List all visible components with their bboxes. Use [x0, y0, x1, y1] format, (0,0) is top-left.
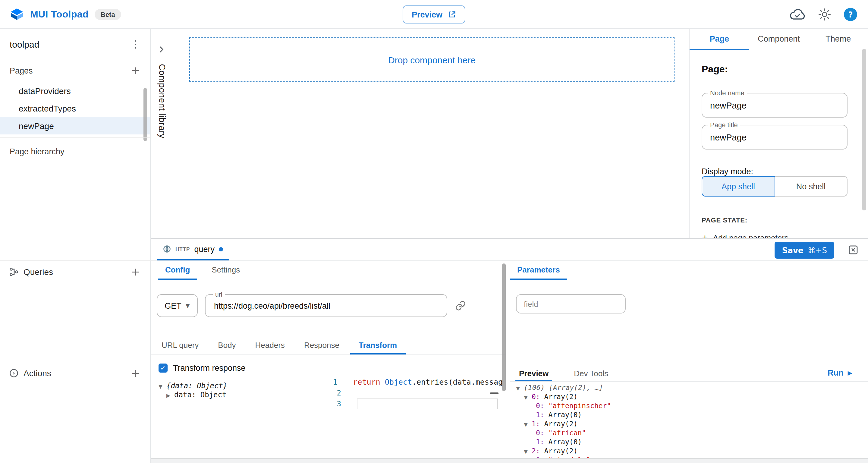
query-tab[interactable]: HTTP query: [157, 239, 229, 260]
divider: [0, 137, 150, 138]
sidebar: toolpad ⋮ Pages + dataProviders extracte…: [0, 29, 151, 463]
project-name: toolpad: [10, 39, 39, 49]
tree-row: ▼(106) [Array(2), …]: [516, 383, 868, 393]
parameters-subtabs: Parameters: [510, 261, 868, 280]
cloud-sync-icon[interactable]: [789, 8, 805, 21]
add-query-button[interactable]: +: [128, 266, 143, 277]
tab-component[interactable]: Component: [749, 29, 808, 50]
app-header: MUI Toolpad Beta Preview ?: [0, 0, 868, 29]
page-item-label: dataProviders: [19, 86, 71, 96]
url-label: url: [213, 290, 224, 298]
chevron-down-icon: ▼: [186, 303, 190, 309]
save-label: Save: [782, 246, 804, 255]
run-button[interactable]: Run ▶: [828, 368, 852, 377]
theme-toggle-sun-icon[interactable]: [818, 8, 831, 21]
unsaved-changes-dot: [219, 247, 223, 251]
page-title-input[interactable]: [702, 125, 847, 149]
query-type-label: HTTP: [176, 246, 190, 252]
display-mode-app-shell-button[interactable]: App shell: [702, 176, 775, 196]
run-icon: ▶: [848, 370, 852, 376]
project-row: toolpad ⋮: [0, 35, 150, 53]
mui-logo-icon[interactable]: [10, 7, 24, 22]
tree-caret-icon[interactable]: ▶: [166, 391, 174, 400]
component-library-label[interactable]: Component library: [157, 64, 167, 138]
dropzone-label: Drop component here: [388, 55, 475, 65]
sidebar-item-dataproviders[interactable]: dataProviders: [0, 82, 150, 99]
url-field: url: [205, 294, 447, 317]
tab-page[interactable]: Page: [689, 29, 749, 50]
http-method-value: GET: [164, 301, 181, 310]
node-name-input[interactable]: [702, 93, 847, 117]
panel-bottom-strip: [151, 458, 868, 463]
inspector-scrollbar[interactable]: [862, 49, 866, 210]
query-preview-pane: Parameters Preview Dev Tools Run ▶ ▼(106…: [510, 261, 868, 458]
schema-root: {data: Object}: [166, 381, 227, 390]
add-page-button[interactable]: +: [128, 65, 143, 76]
help-button[interactable]: ?: [844, 8, 857, 21]
divider: [0, 260, 150, 261]
result-json-tree: ▼(106) [Array(2), …] ▼0: Array(2) 0: "af…: [516, 383, 868, 458]
brand: MUI Toolpad Beta: [10, 0, 121, 29]
tab-body[interactable]: Body: [210, 336, 244, 354]
tree-caret-icon[interactable]: ▼: [524, 393, 532, 402]
tab-parameters[interactable]: Parameters: [510, 261, 567, 280]
preview-button[interactable]: Preview: [403, 5, 465, 24]
url-input[interactable]: [206, 295, 447, 316]
tab-headers[interactable]: Headers: [247, 336, 293, 354]
sidebar-scrollbar[interactable]: [144, 88, 147, 141]
close-panel-icon[interactable]: [849, 245, 858, 257]
tab-transform[interactable]: Transform: [350, 336, 405, 354]
link-icon[interactable]: [455, 300, 466, 313]
actions-section-label: Actions: [24, 368, 128, 378]
tab-url-query[interactable]: URL query: [153, 336, 207, 354]
transform-response-row: ✓ Transform response: [158, 364, 246, 373]
transform-response-checkbox[interactable]: ✓: [158, 364, 167, 373]
code-editor[interactable]: 1 return Object.entries(data.messag 2 3: [319, 355, 503, 458]
tree-caret-icon[interactable]: ▼: [524, 447, 532, 456]
editor-overview-mark: [490, 393, 498, 394]
actions-section-header: Actions +: [0, 363, 150, 383]
tab-dev-tools[interactable]: Dev Tools: [570, 367, 612, 381]
line-number: 1: [319, 377, 353, 388]
sidebar-item-extractedtypes[interactable]: extractedTypes: [0, 99, 150, 117]
http-method-select[interactable]: GET ▼: [157, 294, 198, 317]
project-menu-icon[interactable]: ⋮: [128, 38, 143, 50]
page-item-label: extractedTypes: [19, 103, 76, 113]
save-shortcut: ⌘+S: [808, 246, 827, 255]
query-name-label: query: [194, 244, 215, 253]
page-heading: Page:: [702, 64, 728, 75]
transform-response-label: Transform response: [173, 364, 246, 373]
add-action-button[interactable]: +: [128, 367, 143, 378]
add-page-parameters-label: Add page parameters: [713, 233, 788, 238]
inspector-panel: Page Component Theme Page: Node name Pag…: [689, 29, 868, 238]
tree-caret-icon[interactable]: ▼: [516, 384, 524, 393]
inspector-tabs: Page Component Theme: [689, 29, 868, 50]
tab-settings[interactable]: Settings: [204, 261, 247, 280]
tab-theme[interactable]: Theme: [809, 29, 868, 50]
preview-button-label: Preview: [412, 10, 442, 19]
tree-row: 0: "african": [516, 429, 868, 438]
expand-component-library-button[interactable]: [158, 44, 165, 56]
page-state-label: PAGE STATE:: [702, 216, 747, 224]
page-hierarchy-row: Page hierarchy: [0, 144, 150, 159]
sidebar-item-newpage[interactable]: newPage: [0, 117, 150, 134]
tree-caret-icon[interactable]: ▼: [158, 382, 166, 391]
tab-response[interactable]: Response: [296, 336, 348, 354]
code-line: return Object.entries(data.messag: [353, 377, 503, 388]
drop-component-placeholder[interactable]: Drop component here: [189, 37, 675, 82]
tab-preview[interactable]: Preview: [516, 367, 552, 381]
save-button[interactable]: Save ⌘+S: [775, 242, 834, 259]
tree-row: 0: "affenpinscher": [516, 402, 868, 410]
line-number: 2: [319, 388, 357, 399]
config-pane-scrollbar[interactable]: [502, 264, 506, 391]
actions-icon: [9, 368, 19, 378]
add-page-parameters-button[interactable]: + Add page parameters: [702, 233, 788, 238]
display-mode-no-shell-button[interactable]: No shell: [775, 176, 847, 196]
tab-config[interactable]: Config: [158, 261, 197, 280]
config-subtabs: Config Settings: [151, 261, 506, 280]
app-title: MUI Toolpad: [30, 9, 89, 20]
parameter-field: [516, 294, 626, 313]
query-editor-panel: HTTP query Save ⌘+S Config Settings GET …: [151, 238, 868, 463]
parameter-field-input[interactable]: [517, 295, 625, 313]
tree-caret-icon[interactable]: ▼: [524, 420, 532, 429]
